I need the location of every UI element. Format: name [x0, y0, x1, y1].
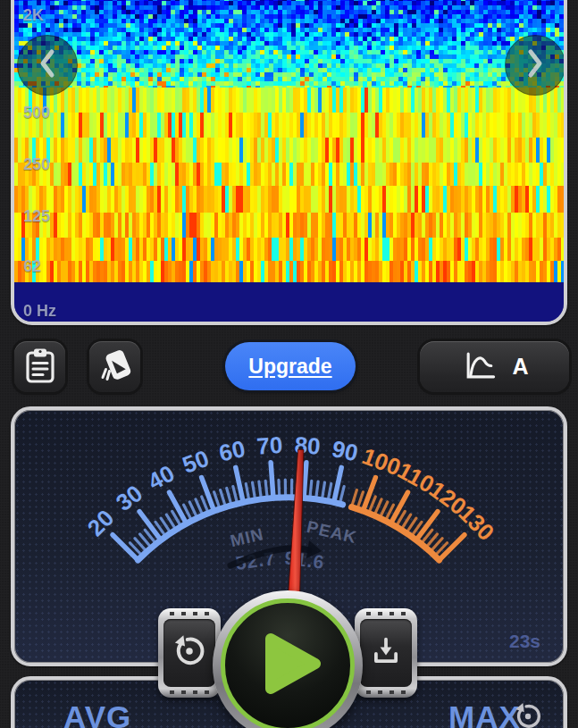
wing-perforations	[170, 690, 211, 694]
elapsed-time: 23s	[509, 631, 540, 652]
svg-text:60: 60	[216, 435, 247, 466]
more-apps-button[interactable]	[89, 341, 140, 392]
next-view-button[interactable]	[505, 35, 565, 96]
download-icon	[368, 633, 404, 673]
freq-label: 500	[23, 104, 50, 122]
freq-label: 250	[23, 155, 50, 174]
frequency-weighting-button[interactable]: A	[420, 341, 569, 392]
freq-label: 0 Hz	[23, 302, 56, 321]
reset-icon	[513, 719, 543, 728]
chevron-left-icon	[37, 46, 58, 85]
spectrogram-canvas	[14, 0, 564, 322]
upgrade-label: Upgrade	[248, 355, 331, 379]
wing-perforations	[366, 612, 407, 615]
play-icon	[264, 632, 323, 699]
spectrogram-panel: 2K500250125620 Hz	[11, 0, 567, 325]
svg-text:90: 90	[330, 435, 361, 466]
play-button-face	[221, 598, 355, 728]
wing-perforations	[170, 612, 211, 615]
reset-icon	[172, 633, 207, 673]
play-button[interactable]	[213, 590, 363, 728]
avg-label: AVG	[63, 699, 131, 728]
wing-screen	[163, 619, 215, 687]
freq-label: 62	[23, 257, 41, 276]
svg-text:MIN: MIN	[229, 524, 266, 550]
save-recording-button[interactable]	[355, 608, 417, 698]
weighting-label: A	[512, 354, 528, 380]
upgrade-button[interactable]: Upgrade	[225, 342, 356, 390]
svg-text:50: 50	[179, 445, 213, 479]
wing-screen	[360, 619, 412, 687]
chevron-right-icon	[524, 46, 546, 85]
wing-perforations	[366, 690, 407, 694]
svg-text:40: 40	[143, 459, 179, 495]
records-list-button[interactable]	[14, 341, 65, 392]
freq-label: 2K	[23, 6, 44, 25]
svg-text:70: 70	[255, 431, 283, 460]
apps-promo-icon	[96, 346, 135, 389]
reset-session-button[interactable]	[158, 608, 221, 698]
clipboard-icon	[21, 346, 60, 389]
max-reset-button[interactable]	[513, 701, 543, 728]
freq-label: 125	[23, 207, 50, 226]
prev-view-button[interactable]	[17, 35, 78, 96]
decibel-meter-app: 2K500250125620 Hz	[0, 0, 578, 728]
svg-text:30: 30	[111, 480, 147, 516]
svg-text:PEAK: PEAK	[305, 517, 358, 547]
weighting-curve-icon	[460, 348, 499, 386]
max-label: MAX	[448, 699, 521, 728]
